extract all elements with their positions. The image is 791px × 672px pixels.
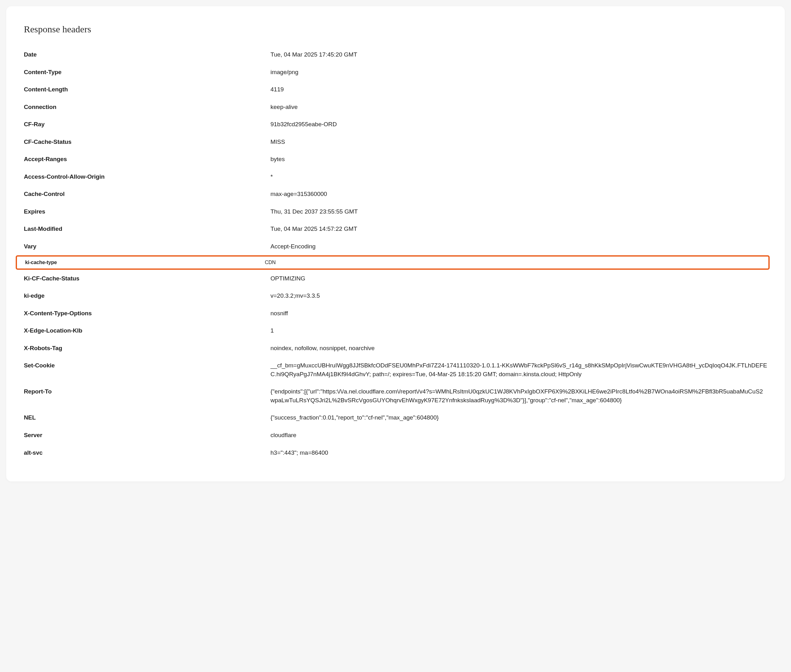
- header-row: CF-Ray91b32fcd2955eabe-ORD: [24, 115, 767, 133]
- header-value: OPTIMIZING: [271, 274, 767, 283]
- header-name: ki-cache-type: [25, 260, 265, 266]
- header-value: __cf_bm=gMuxccUBHruIWgg8JJfSBkfcODdFSEU0…: [271, 361, 767, 378]
- header-value: cloudflare: [271, 431, 767, 440]
- header-row: Access-Control-Allow-Origin*: [24, 168, 767, 186]
- header-name: Accept-Ranges: [24, 155, 271, 163]
- header-value: bytes: [271, 155, 767, 163]
- card-title: Response headers: [24, 24, 767, 35]
- header-row: Content-Typeimage/png: [24, 64, 767, 81]
- header-row: Cache-Controlmax-age=315360000: [24, 185, 767, 203]
- header-name: Content-Length: [24, 85, 271, 94]
- header-row: X-Content-Type-Optionsnosniff: [24, 305, 767, 322]
- header-value: keep-alive: [271, 103, 767, 112]
- header-name: Set-Cookie: [24, 361, 271, 370]
- header-value: *: [271, 173, 767, 181]
- header-value: 4119: [271, 85, 767, 94]
- header-name: Expires: [24, 207, 271, 216]
- header-row: Content-Length4119: [24, 81, 767, 98]
- header-name: X-Content-Type-Options: [24, 309, 271, 318]
- header-value: Tue, 04 Mar 2025 14:57:22 GMT: [271, 224, 767, 233]
- header-name: Connection: [24, 103, 271, 112]
- header-row: ExpiresThu, 31 Dec 2037 23:55:55 GMT: [24, 203, 767, 221]
- header-row-highlighted: ki-cache-typeCDN: [16, 255, 770, 270]
- header-value: v=20.3.2;mv=3.3.5: [271, 291, 767, 300]
- header-row: Servercloudflare: [24, 426, 767, 444]
- header-row: NEL{"success_fraction":0.01,"report_to":…: [24, 409, 767, 426]
- header-row: X-Robots-Tagnoindex, nofollow, nosnippet…: [24, 339, 767, 357]
- header-name: Content-Type: [24, 68, 271, 77]
- header-row: Connectionkeep-alive: [24, 98, 767, 116]
- header-name: Vary: [24, 242, 271, 251]
- header-name: X-Robots-Tag: [24, 344, 271, 353]
- header-value: max-age=315360000: [271, 190, 767, 198]
- header-value: MISS: [271, 138, 767, 146]
- header-value: Accept-Encoding: [271, 242, 767, 251]
- header-name: X-Edge-Location-Klb: [24, 326, 271, 335]
- header-value: nosniff: [271, 309, 767, 318]
- header-value: 1: [271, 326, 767, 335]
- header-row: Report-To{"endpoints":[{"url":"https:\/\…: [24, 383, 767, 409]
- header-value: image/png: [271, 68, 767, 77]
- header-row: alt-svch3=":443"; ma=86400: [24, 444, 767, 462]
- header-name: CF-Cache-Status: [24, 138, 271, 146]
- header-name: NEL: [24, 413, 271, 422]
- header-value: CDN: [265, 260, 766, 266]
- header-name: CF-Ray: [24, 120, 271, 129]
- header-name: ki-edge: [24, 291, 271, 300]
- header-row: VaryAccept-Encoding: [24, 238, 767, 255]
- header-name: Date: [24, 50, 271, 59]
- header-value: {"success_fraction":0.01,"report_to":"cf…: [271, 413, 767, 422]
- header-row: X-Edge-Location-Klb1: [24, 322, 767, 339]
- header-name: Ki-CF-Cache-Status: [24, 274, 271, 283]
- header-name: Report-To: [24, 387, 271, 396]
- header-name: Cache-Control: [24, 190, 271, 198]
- header-row: DateTue, 04 Mar 2025 17:45:20 GMT: [24, 46, 767, 64]
- header-name: Last-Modified: [24, 224, 271, 233]
- headers-list: DateTue, 04 Mar 2025 17:45:20 GMTContent…: [24, 46, 767, 461]
- header-name: Access-Control-Allow-Origin: [24, 173, 271, 181]
- header-value: 91b32fcd2955eabe-ORD: [271, 120, 767, 129]
- header-row: Ki-CF-Cache-StatusOPTIMIZING: [24, 270, 767, 287]
- header-row: Last-ModifiedTue, 04 Mar 2025 14:57:22 G…: [24, 220, 767, 238]
- header-value: Thu, 31 Dec 2037 23:55:55 GMT: [271, 207, 767, 216]
- response-headers-card: Response headers DateTue, 04 Mar 2025 17…: [6, 6, 785, 482]
- header-value: Tue, 04 Mar 2025 17:45:20 GMT: [271, 50, 767, 59]
- header-row: ki-edgev=20.3.2;mv=3.3.5: [24, 287, 767, 305]
- header-row: Accept-Rangesbytes: [24, 150, 767, 168]
- header-name: alt-svc: [24, 448, 271, 457]
- header-value: h3=":443"; ma=86400: [271, 448, 767, 457]
- header-row: CF-Cache-StatusMISS: [24, 133, 767, 151]
- header-value: noindex, nofollow, nosnippet, noarchive: [271, 344, 767, 353]
- header-name: Server: [24, 431, 271, 440]
- header-row: Set-Cookie__cf_bm=gMuxccUBHruIWgg8JJfSBk…: [24, 357, 767, 383]
- header-value: {"endpoints":[{"url":"https:\/\/a.nel.cl…: [271, 387, 767, 405]
